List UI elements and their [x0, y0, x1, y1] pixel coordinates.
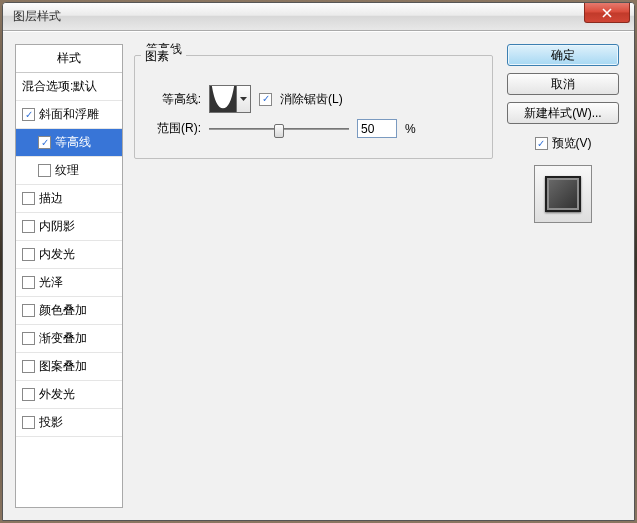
anti-alias-checkbox[interactable] [259, 93, 272, 106]
chevron-down-icon [240, 97, 247, 101]
style-outer-glow[interactable]: 外发光 [16, 381, 122, 409]
style-color-overlay[interactable]: 颜色叠加 [16, 297, 122, 325]
contour-curve-icon [210, 86, 236, 112]
action-panel: 确定 取消 新建样式(W)... 预览(V) [504, 44, 622, 508]
anti-alias-label: 消除锯齿(L) [280, 91, 343, 108]
style-blend-options[interactable]: 混合选项:默认 [16, 73, 122, 101]
close-button[interactable] [584, 3, 630, 23]
style-stroke[interactable]: 描边 [16, 185, 122, 213]
preview-thumbnail [534, 165, 592, 223]
checkbox-icon[interactable] [22, 276, 35, 289]
contour-picker[interactable] [209, 85, 237, 113]
style-contour[interactable]: 等高线 [16, 129, 122, 157]
contour-label: 等高线: [145, 91, 201, 108]
ok-button[interactable]: 确定 [507, 44, 619, 66]
checkbox-icon[interactable] [22, 416, 35, 429]
styles-list: 样式 混合选项:默认 斜面和浮雕 等高线 纹理 描边 内阴影 内发光 光泽 颜色… [15, 44, 123, 508]
slider-thumb[interactable] [274, 124, 284, 138]
cancel-button[interactable]: 取消 [507, 73, 619, 95]
checkbox-icon[interactable] [22, 388, 35, 401]
checkbox-icon[interactable] [22, 248, 35, 261]
titlebar[interactable]: 图层样式 [3, 3, 634, 31]
style-texture[interactable]: 纹理 [16, 157, 122, 185]
style-pattern-overlay[interactable]: 图案叠加 [16, 353, 122, 381]
checkbox-icon[interactable] [22, 108, 35, 121]
percent-label: % [405, 122, 416, 136]
layer-style-dialog: 图层样式 样式 混合选项:默认 斜面和浮雕 等高线 纹理 描边 内阴影 内发光 … [2, 2, 635, 521]
style-inner-glow[interactable]: 内发光 [16, 241, 122, 269]
preview-swatch [545, 176, 581, 212]
elements-fieldset: 图素 等高线: 消除锯齿(L) [134, 55, 493, 159]
preview-checkbox[interactable] [535, 137, 548, 150]
preview-label: 预览(V) [552, 135, 592, 152]
checkbox-icon[interactable] [22, 332, 35, 345]
range-input[interactable] [357, 119, 397, 138]
fieldset-legend: 图素 [141, 48, 173, 65]
contour-dropdown[interactable] [237, 85, 251, 113]
style-inner-shadow[interactable]: 内阴影 [16, 213, 122, 241]
checkbox-icon[interactable] [38, 136, 51, 149]
range-slider[interactable] [209, 120, 349, 138]
dialog-content: 样式 混合选项:默认 斜面和浮雕 等高线 纹理 描边 内阴影 内发光 光泽 颜色… [3, 31, 634, 520]
style-satin[interactable]: 光泽 [16, 269, 122, 297]
range-label: 范围(R): [145, 120, 201, 137]
checkbox-icon[interactable] [22, 304, 35, 317]
new-style-button[interactable]: 新建样式(W)... [507, 102, 619, 124]
style-drop-shadow[interactable]: 投影 [16, 409, 122, 437]
checkbox-icon[interactable] [22, 360, 35, 373]
style-gradient-overlay[interactable]: 渐变叠加 [16, 325, 122, 353]
checkbox-icon[interactable] [22, 220, 35, 233]
settings-panel: 等高线 图素 等高线: 消 [133, 44, 494, 508]
window-title: 图层样式 [13, 8, 61, 25]
close-icon [602, 8, 612, 18]
checkbox-icon[interactable] [22, 192, 35, 205]
style-bevel-emboss[interactable]: 斜面和浮雕 [16, 101, 122, 129]
styles-header: 样式 [16, 45, 122, 73]
checkbox-icon[interactable] [38, 164, 51, 177]
